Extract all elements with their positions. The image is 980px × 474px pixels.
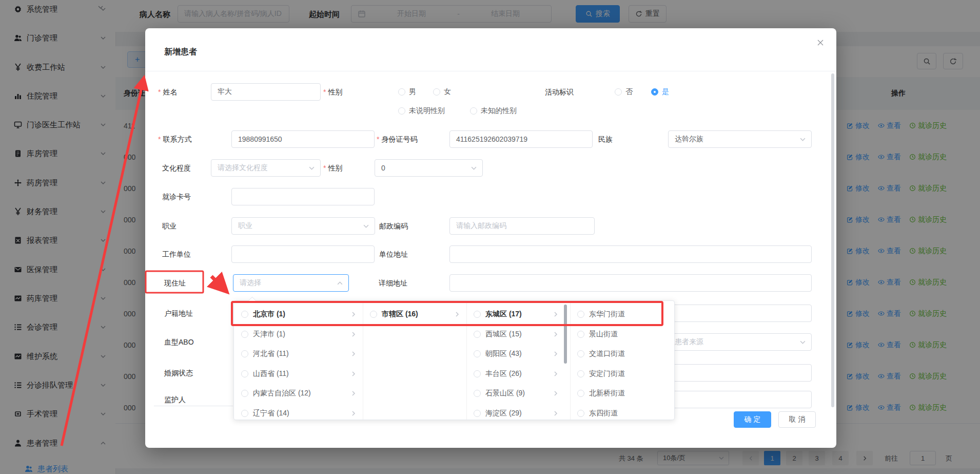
occupation-label: 职业 <box>162 222 177 231</box>
work-unit-input[interactable] <box>231 245 375 263</box>
radio-icon <box>241 311 248 318</box>
cascader-option-neimenggu[interactable]: 内蒙古自治区 (12) <box>234 384 363 403</box>
id-number-label: *身份证号码 <box>377 135 417 144</box>
gender-radio-female[interactable]: 女 <box>433 83 451 101</box>
detail-address-input[interactable] <box>449 274 812 292</box>
chevron-right-icon <box>454 311 460 317</box>
cascader-option-shanxi[interactable]: 山西省 (11) <box>234 364 363 384</box>
ethnicity-select[interactable]: 达斡尔族 <box>668 130 812 148</box>
address-cascader-panel: 北京市 (1) 天津市 (1) 河北省 (11) 山西省 (11) 内蒙古自治区… <box>233 300 675 420</box>
visit-card-label: 就诊卡号 <box>162 193 191 202</box>
app-root: 系统管理 门诊管理 收费工作站 住院管理 门诊医生工作站 库房管理 药房管理 财… <box>0 0 980 474</box>
gender-radio-unknown[interactable]: 未知的性别 <box>470 102 517 120</box>
chevron-right-icon <box>350 311 357 317</box>
patient-source-select[interactable]: 患者来源 <box>668 333 812 351</box>
cascader-option-dongcheng[interactable]: 东城区 (17) <box>466 305 570 324</box>
chevron-down-icon <box>471 165 477 172</box>
chevron-down-icon <box>308 165 315 172</box>
radio-icon <box>398 88 405 96</box>
cascader-option-beixinqiao[interactable]: 北新桥街道 <box>570 384 674 403</box>
confirm-button[interactable]: 确 定 <box>734 411 771 428</box>
radio-icon <box>474 331 481 338</box>
modal-scrollbar[interactable] <box>831 73 834 407</box>
current-address-label: 现住址 <box>164 279 186 288</box>
cascader-option-fengtai[interactable]: 丰台区 (26) <box>466 364 570 384</box>
cascader-option-andingmen[interactable]: 安定门街道 <box>570 364 674 384</box>
cascader-scrollbar[interactable] <box>564 305 567 364</box>
cascader-option-liaoning[interactable]: 辽宁省 (14) <box>234 404 363 423</box>
chevron-right-icon <box>553 390 559 396</box>
radio-icon <box>433 88 440 96</box>
chevron-up-icon <box>337 280 343 287</box>
cascader-option-donghuamen[interactable]: 东华门街道 <box>570 305 674 324</box>
radio-icon <box>398 107 405 115</box>
radio-icon <box>474 350 481 357</box>
current-address-cascader[interactable]: 请选择 <box>233 274 349 292</box>
chevron-right-icon <box>553 410 559 416</box>
radio-icon <box>577 331 584 338</box>
cascader-option-jingshan[interactable]: 景山街道 <box>570 325 674 344</box>
modal-title: 新增患者 <box>164 47 197 58</box>
name-label: *姓名 <box>158 88 177 97</box>
id-number-input[interactable]: 411625192602039719 <box>449 130 593 148</box>
radio-icon <box>577 311 584 318</box>
gender-code-select[interactable]: 0 <box>375 159 483 177</box>
radio-icon <box>474 311 481 318</box>
cascader-option-haidian[interactable]: 海淀区 (29) <box>466 404 570 423</box>
close-icon[interactable] <box>816 39 825 47</box>
visit-card-input[interactable] <box>231 188 375 205</box>
postal-code-label: 邮政编码 <box>379 222 408 231</box>
radio-icon <box>241 390 248 397</box>
cascader-option-shixiaqu[interactable]: 市辖区 (16) <box>363 305 466 324</box>
chevron-right-icon <box>350 390 357 396</box>
gender-radio-unstated[interactable]: 未说明性别 <box>398 102 445 120</box>
active-flag-radio-yes[interactable]: 是 <box>651 83 669 101</box>
contact-input[interactable]: 19880991650 <box>231 130 375 148</box>
cascader-option-tianjin[interactable]: 天津市 (1) <box>234 325 363 344</box>
cancel-button[interactable]: 取 消 <box>778 411 816 428</box>
radio-icon <box>474 410 481 417</box>
radio-icon <box>615 88 622 96</box>
cascader-option-beijing[interactable]: 北京市 (1) <box>234 305 363 324</box>
gender-label: *性别 <box>323 88 342 97</box>
cascader-option-hebei[interactable]: 河北省 (11) <box>234 344 363 364</box>
work-address-input[interactable] <box>449 245 812 263</box>
radio-icon <box>577 370 584 377</box>
chevron-right-icon <box>350 410 357 416</box>
chevron-right-icon <box>350 351 357 357</box>
radio-icon <box>241 370 248 377</box>
active-flag-radio-no[interactable]: 否 <box>615 83 633 101</box>
gender-radio-male[interactable]: 男 <box>398 83 416 101</box>
radio-icon <box>577 350 584 357</box>
name-input[interactable]: 牢大 <box>211 83 321 101</box>
education-label: 文化程度 <box>162 164 191 173</box>
work-unit-label: 工作单位 <box>162 250 191 259</box>
cascader-option-dongsi[interactable]: 东四街道 <box>570 404 674 423</box>
radio-icon <box>241 350 248 357</box>
radio-icon <box>474 390 481 397</box>
radio-icon <box>474 370 481 377</box>
blood-type-label: 血型ABO <box>164 338 194 347</box>
cascader-option-shijingshan[interactable]: 石景山区 (9) <box>466 384 570 403</box>
radio-icon <box>241 331 248 338</box>
radio-icon <box>470 107 477 115</box>
active-flag-label: 活动标识 <box>545 88 574 97</box>
modal-header-divider <box>145 71 836 71</box>
ethnicity-label: 民族 <box>598 135 613 144</box>
marital-status-label: 婚姻状态 <box>164 369 193 378</box>
cascader-option-chaoyang[interactable]: 朝阳区 (43) <box>466 344 570 364</box>
cascader-option-xicheng[interactable]: 西城区 (15) <box>466 325 570 344</box>
chevron-right-icon <box>553 351 559 357</box>
radio-icon <box>241 410 248 417</box>
contact-label: *联系方式 <box>158 135 191 144</box>
detail-address-label: 详细地址 <box>379 279 407 288</box>
chevron-right-icon <box>350 371 357 377</box>
cascader-option-jiaodaokou[interactable]: 交道口街道 <box>570 344 674 364</box>
education-select[interactable]: 请选择文化程度 <box>211 159 321 177</box>
postal-code-input[interactable]: 请输入邮政编码 <box>449 217 595 235</box>
chevron-down-icon <box>363 223 369 230</box>
work-address-label: 单位地址 <box>379 250 408 259</box>
occupation-select[interactable]: 职业 <box>231 217 375 235</box>
radio-icon <box>577 390 584 397</box>
radio-icon <box>370 311 377 318</box>
